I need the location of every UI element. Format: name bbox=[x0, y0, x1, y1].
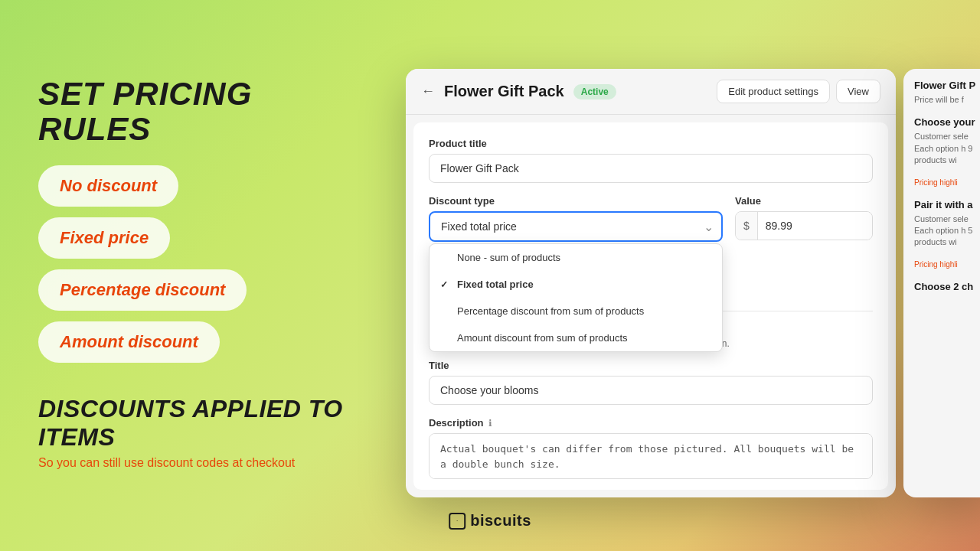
no-discount-pill[interactable]: No discount bbox=[38, 165, 178, 207]
back-arrow-icon[interactable]: ← bbox=[421, 83, 435, 99]
view-button[interactable]: View bbox=[836, 80, 880, 103]
fixed-price-pill[interactable]: Fixed price bbox=[38, 217, 170, 259]
step-title-input[interactable] bbox=[429, 376, 873, 405]
app-title: Flower Gift Pack bbox=[444, 83, 564, 100]
app-header: ← Flower Gift Pack Active Edit product s… bbox=[406, 69, 896, 115]
header-actions: Edit product settings View bbox=[717, 80, 880, 103]
dropdown-item-none[interactable]: None - sum of products bbox=[430, 244, 722, 271]
discounts-subtitle: So you can still use discount codes at c… bbox=[38, 456, 368, 470]
logo-bar: · biscuits bbox=[449, 512, 531, 530]
amount-discount-pill[interactable]: Amount discount bbox=[38, 321, 220, 363]
discount-type-label: Discount type bbox=[429, 195, 723, 207]
product-title-input[interactable] bbox=[429, 154, 873, 183]
sidebar-section3-title: Pair it with a bbox=[914, 199, 980, 210]
currency-prefix: $ bbox=[736, 212, 758, 240]
discounts-title: Discounts Applied To Items bbox=[38, 395, 368, 452]
sidebar-section1-title: Flower Gift P bbox=[914, 80, 980, 91]
right-sidebar: Flower Gift P Price will be f Choose you… bbox=[903, 69, 980, 497]
sidebar-section2-title: Choose your bbox=[914, 116, 980, 128]
discount-value-row: Discount type None - sum of products Fix… bbox=[429, 195, 873, 242]
app-content: Product title Discount type None - sum o… bbox=[413, 122, 888, 490]
sidebar-section3-highlight: Pricing highli bbox=[914, 259, 980, 270]
app-window: ← Flower Gift Pack Active Edit product s… bbox=[406, 69, 896, 497]
pills-container: No discount Fixed price Percentage disco… bbox=[38, 165, 368, 373]
discount-type-col: Discount type None - sum of products Fix… bbox=[429, 195, 723, 242]
pricing-rules-title: Set Pricing Rules bbox=[38, 77, 368, 147]
check-placeholder-3 bbox=[440, 333, 451, 344]
info-icon: ℹ bbox=[488, 418, 492, 429]
value-label: Value bbox=[735, 195, 873, 207]
title-field-label: Title bbox=[429, 360, 873, 371]
dropdown-menu: None - sum of products ✓ Fixed total pri… bbox=[429, 243, 723, 352]
description-label: Description bbox=[429, 417, 484, 429]
logo-box-icon: · bbox=[456, 517, 458, 524]
discount-select-wrapper: None - sum of products Fixed total price… bbox=[429, 211, 723, 242]
logo-box: · bbox=[449, 513, 466, 530]
sidebar-section3-text: Customer sele Each option h 5 products w… bbox=[914, 214, 980, 249]
check-icon: ✓ bbox=[440, 279, 451, 290]
percentage-discount-pill[interactable]: Percentage discount bbox=[38, 269, 247, 311]
sidebar-section1-text: Price will be f bbox=[914, 94, 980, 106]
sidebar-section4-title: Choose 2 ch bbox=[914, 281, 980, 292]
value-col: Value $ bbox=[735, 195, 873, 240]
check-placeholder bbox=[440, 253, 451, 263]
sidebar-section2-text: Customer sele Each option h 9 products w… bbox=[914, 131, 980, 166]
value-input-wrapper: $ bbox=[735, 211, 873, 240]
dropdown-item-pct-sum[interactable]: Percentage discount from sum of products bbox=[430, 298, 722, 324]
check-placeholder-2 bbox=[440, 306, 451, 317]
discount-type-select[interactable]: None - sum of products Fixed total price… bbox=[429, 211, 723, 242]
value-input[interactable] bbox=[758, 212, 873, 240]
dropdown-item-fixed-total[interactable]: ✓ Fixed total price bbox=[430, 271, 722, 298]
sidebar-section2-highlight: Pricing highli bbox=[914, 178, 980, 188]
product-title-label: Product title bbox=[429, 138, 873, 149]
logo-text: biscuits bbox=[470, 512, 531, 530]
left-panel: Set Pricing Rules No discount Fixed pric… bbox=[38, 77, 368, 470]
description-textarea[interactable]: Actual bouquet's can differ from those p… bbox=[429, 433, 873, 479]
active-badge: Active bbox=[573, 84, 616, 99]
dropdown-item-amt-sum[interactable]: Amount discount from sum of products bbox=[430, 324, 722, 351]
edit-settings-button[interactable]: Edit product settings bbox=[717, 80, 830, 103]
